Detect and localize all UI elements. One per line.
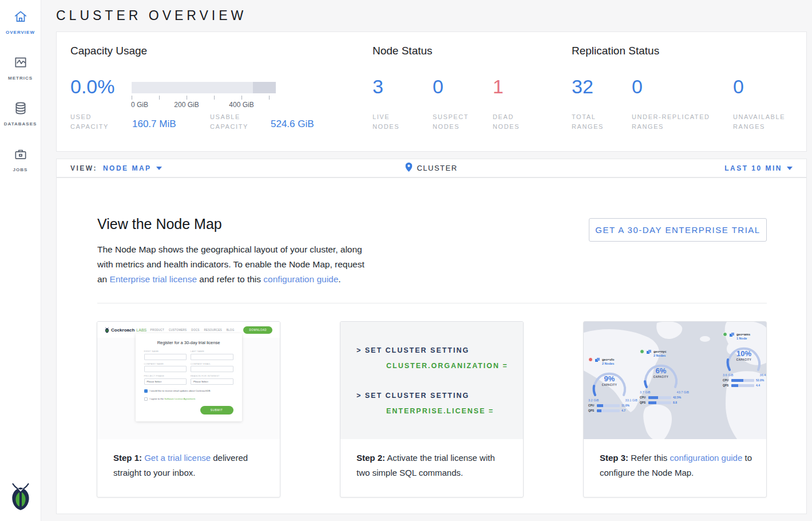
used-capacity-value: 160.7 MiB [132,119,176,130]
description-text: and refer to this [197,274,263,284]
get-trial-license-link[interactable]: Get a trial license [144,453,211,463]
unavailable-ranges-label: UNAVAILABLE RANGES [733,112,802,132]
node-map-heading: View the Node Map [97,216,222,232]
used-capacity: 3.2 GiB [588,398,599,402]
under-replicated-ranges-count: 0 [632,76,643,98]
form-title: Register for a 30-day trial license [144,340,233,345]
capacity-percent: 9% [588,374,631,383]
cluster-breadcrumb: CLUSTER [405,163,457,174]
tick-label: 200 GiB [174,101,199,109]
checkbox-checked-icon [144,389,148,393]
capacity-percent: 6% [640,366,682,375]
mini-register-form: Register for a 30-day trial license FIRS… [136,333,242,421]
nodes-cube-icon [729,332,735,338]
sql-commands-thumbnail: > SET CLUSTER SETTING CLUSTER.ORGANIZATI… [340,322,523,439]
field-label: COMPANY EMAIL [191,363,233,365]
locality-node-count: 2 Nodes [602,362,614,365]
location-pin-icon [405,163,412,174]
jobs-icon [13,147,28,164]
home-icon [13,9,28,26]
nav-item: CUSTOMERS [169,329,187,331]
locality-node-count: 1 Node [736,337,750,340]
capacity-gauge: 10% CAPACITY [723,342,765,372]
node-status-title: Node Status [373,45,433,57]
dead-nodes-count: 1 [493,76,504,98]
tick-label: 400 GiB [229,101,253,109]
page-title: CLUSTER OVERVIEW [56,8,247,23]
node-map-panel: View the Node Map The Node Map shows the… [56,177,807,514]
text-input [144,366,187,372]
text-input [191,366,233,372]
databases-icon [13,101,28,118]
capacity-percent: 10% [723,349,765,358]
enterprise-trial-button[interactable]: GET A 30-DAY ENTERPRISE TRIAL [589,218,767,242]
configuration-guide-link[interactable]: configuration guide [263,274,338,284]
locality-nyc: geo=nyc2 Nodes 6% CAPACITY 3.7 GiB43.7 G… [640,349,699,404]
field-label: COMPANY NAME [144,363,187,365]
sidebar-item-databases[interactable]: DATABASES [0,92,41,137]
section-divider [97,303,767,303]
status-dot-red-icon [588,357,593,362]
step3-card: geo=sfo2 Nodes 9% CAPACITY 3.2 GiB33.1 G… [583,321,767,498]
mini-site-nav: PRODUCT CUSTOMERS DOCS RESOURCES BLOG DO… [150,326,272,334]
step2-caption: Step 2: Activate the trial license with … [340,439,523,480]
locality-sfo: geo=sfo2 Nodes 9% CAPACITY 3.2 GiB33.1 G… [588,357,648,412]
locality-name: geo=ams [736,332,750,337]
view-dropdown[interactable]: NODE MAP [103,164,162,172]
locality-name: geo=nyc [653,349,666,354]
select-input: Please Select [144,378,187,385]
capacity-label: CAPACITY [723,358,765,361]
license-agreement-link: Software License Agreement. [164,397,196,400]
unavailable-ranges-count: 0 [733,76,744,98]
description-text: . [338,274,340,284]
total-ranges-label: TOTAL RANGES [572,112,617,132]
configuration-guide-link[interactable]: configuration guide [670,453,743,463]
field-label: FIRST NAME [144,350,187,353]
capacity-gauge: 6% CAPACITY [640,360,682,389]
sidebar-item-label: JOBS [13,167,28,172]
checkbox-label: I would like to receive email updates ab… [150,389,211,392]
enterprise-trial-license-link[interactable]: Enterprise trial license [110,274,197,284]
step3-caption: Step 3: Refer this configuration guide t… [584,439,766,480]
metrics-icon [13,55,28,72]
dead-nodes-label: DEAD NODES [493,112,538,132]
text-input [144,354,187,360]
sidebar-item-label: DATABASES [4,121,37,127]
suspect-nodes-count: 0 [433,76,443,98]
view-dropdown-value: NODE MAP [103,164,152,172]
logo-suffix: LABS [136,328,146,332]
capacity-usage-title: Capacity Usage [70,45,147,57]
sql-setting-line: CLUSTER.ORGANIZATION = [386,362,523,370]
total-ranges-count: 32 [572,76,593,98]
cockroach-labs-logo-icon [10,482,31,513]
time-range-value: LAST 10 MIN [724,164,782,172]
sidebar-item-jobs[interactable]: JOBS [0,137,41,183]
capacity-gauge: 9% CAPACITY [588,368,631,397]
total-capacity: 33.1 GiB [625,398,637,402]
node-map-thumbnail: geo=sfo2 Nodes 9% CAPACITY 3.2 GiB33.1 G… [584,322,766,439]
step1-caption: Step 1: Get a trial license delivered st… [97,439,280,480]
field-label: REASON FOR INTEREST [191,375,233,377]
checkbox-icon [144,397,148,401]
nav-item: RESOURCES [204,329,222,331]
submit-button: SUBMIT [200,406,233,415]
sql-prompt-line: > SET CLUSTER SETTING [357,347,523,354]
live-nodes-count: 3 [373,76,383,98]
used-capacity-label: USED CAPACITY [70,112,123,132]
replication-status-title: Replication Status [572,45,659,57]
sidebar-item-metrics[interactable]: METRICS [0,46,41,92]
cockroach-labs-wordmark: Cockroach LABS [105,327,146,333]
nav-item: PRODUCT [150,329,164,331]
capacity-label: CAPACITY [640,376,682,378]
view-label: VIEW: [70,164,97,172]
time-range-dropdown[interactable]: LAST 10 MIN [724,164,793,172]
field-label: PROJECT PHASE [144,375,187,377]
capacity-axis-labels: 0 GiB 200 GiB 400 GiB [132,101,280,110]
capacity-bar-reserved-segment [253,82,276,93]
cluster-breadcrumb-label: CLUSTER [417,164,457,172]
download-button: DOWNLOAD [243,326,272,334]
sql-setting-line: ENTERPRISE.LICENSE = [386,408,523,415]
used-capacity: 3.6 GiB [723,373,733,377]
sidebar-item-overview[interactable]: OVERVIEW [0,0,41,46]
cockroach-bug-icon [105,327,109,333]
